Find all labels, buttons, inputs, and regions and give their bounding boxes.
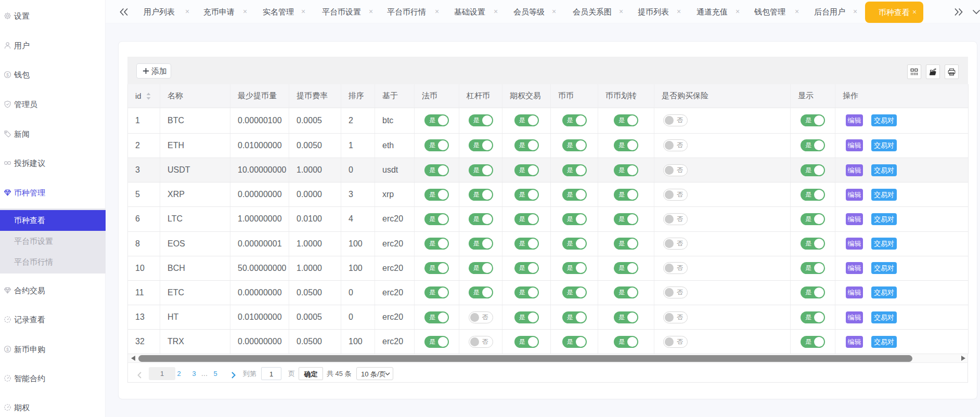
svg-text:$: $ (6, 72, 9, 77)
svg-text:$: $ (6, 347, 9, 352)
